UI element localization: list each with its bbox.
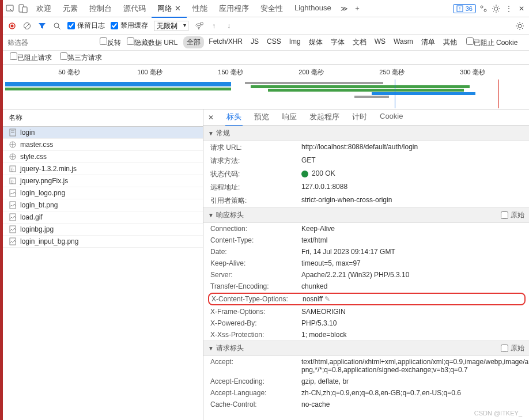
svg-point-7 xyxy=(494,7,498,10)
type-filter[interactable]: CSS xyxy=(263,36,285,48)
header-row: Accept:text/html,application/xhtml+xml,a… xyxy=(203,356,529,376)
type-filter[interactable]: JS xyxy=(247,36,262,48)
detail-panel: ✕ 标头预览响应发起程序计时Cookie ▼常规 请求 URL:http://l… xyxy=(203,109,529,420)
tab-欢迎[interactable]: 欢迎 xyxy=(31,0,57,17)
svg-rect-33 xyxy=(10,226,16,233)
request-row[interactable]: {}jquery-1.3.2.min.js xyxy=(3,163,203,175)
device-toggle-icon[interactable] xyxy=(18,3,28,14)
type-filter[interactable]: Img xyxy=(286,36,304,48)
gear-icon[interactable] xyxy=(491,3,501,14)
tab-应用程序[interactable]: 应用程序 xyxy=(213,0,255,17)
clear-icon[interactable] xyxy=(22,21,32,31)
close-detail-icon[interactable]: ✕ xyxy=(207,112,215,123)
type-filter[interactable]: 全部 xyxy=(183,36,204,48)
name-header[interactable]: 名称 xyxy=(3,109,203,127)
svg-text:{}: {} xyxy=(11,167,14,172)
throttle-select[interactable]: 无限制 xyxy=(154,21,188,31)
settings-gear-icon[interactable] xyxy=(515,21,524,31)
issues-badge[interactable]: !36 xyxy=(453,4,476,13)
raw-toggle[interactable]: 原始 xyxy=(501,343,524,353)
img-icon xyxy=(9,237,17,245)
header-value: text/html xyxy=(301,236,529,244)
raw-toggle[interactable]: 原始 xyxy=(501,210,524,220)
inspect-icon[interactable] xyxy=(5,3,16,14)
timeline[interactable]: 50 毫秒100 毫秒150 毫秒200 毫秒250 毫秒300 毫秒 xyxy=(3,65,529,109)
header-row: Content-Type:text/html xyxy=(203,234,529,246)
type-filter[interactable]: 其他 xyxy=(440,36,460,48)
svg-line-13 xyxy=(58,27,61,29)
download-icon[interactable]: ↓ xyxy=(224,21,233,31)
tab-网络[interactable]: 网络✕ xyxy=(152,0,187,17)
close-devtools-icon[interactable]: ✕ xyxy=(516,3,527,14)
tab-元素[interactable]: 元素 xyxy=(57,0,84,17)
detail-tabs: ✕ 标头预览响应发起程序计时Cookie xyxy=(203,109,529,126)
header-key: 请求 URL: xyxy=(210,143,301,153)
request-row[interactable]: login xyxy=(3,127,203,139)
request-row[interactable]: load.gif xyxy=(3,211,203,224)
third-party-checkbox[interactable]: 第三方请求 xyxy=(60,52,102,63)
search-icon[interactable] xyxy=(52,21,62,31)
type-filter[interactable]: WS xyxy=(371,36,389,48)
upload-icon[interactable]: ↑ xyxy=(209,21,218,31)
kebab-icon[interactable]: ⋮ xyxy=(504,3,514,14)
blocked-cookies-checkbox[interactable]: 已阻止 Cookie xyxy=(466,37,518,48)
invert-checkbox[interactable]: 反转 xyxy=(100,37,121,48)
request-name: login_bt.png xyxy=(20,201,58,209)
detail-tab[interactable]: Cookie xyxy=(379,109,404,126)
type-filter[interactable]: 文档 xyxy=(349,36,370,48)
preserve-log-checkbox[interactable]: 保留日志 xyxy=(67,21,105,31)
tab-性能[interactable]: 性能 xyxy=(187,0,213,17)
waterfall-bar xyxy=(5,82,231,86)
header-key: X-Frame-Options: xyxy=(210,308,301,316)
wifi-icon[interactable] xyxy=(194,21,203,31)
type-filter[interactable]: Fetch/XHR xyxy=(205,36,246,48)
add-tab-icon[interactable]: ＋ xyxy=(352,3,362,14)
request-headers-section[interactable]: ▼请求标头原始 xyxy=(203,340,529,356)
tab-Lighthouse[interactable]: Lighthouse xyxy=(289,0,337,17)
close-tab-icon[interactable]: ✕ xyxy=(175,4,181,13)
more-tabs-icon[interactable]: ≫ xyxy=(339,3,350,14)
sub-filter-bar: 已阻止请求 第三方请求 xyxy=(3,51,529,65)
request-row[interactable]: login_bt.png xyxy=(3,199,203,211)
header-row: 状态代码:200 OK xyxy=(203,168,529,181)
request-row[interactable]: style.css xyxy=(3,151,203,163)
request-row[interactable]: {}jquery.pngFix.js xyxy=(3,175,203,187)
header-value: 127.0.0.1:8088 xyxy=(301,183,529,191)
tab-控制台[interactable]: 控制台 xyxy=(84,0,118,17)
header-row: 请求 URL:http://localhost:8088/default/aut… xyxy=(203,141,529,154)
header-row: Accept-Language:zh-CN,zh;q=0.9,en;q=0.8,… xyxy=(203,387,529,399)
filter-input[interactable] xyxy=(7,39,94,47)
header-value: Keep-Alive xyxy=(301,225,529,233)
detail-tab[interactable]: 标头 xyxy=(225,109,243,126)
request-row[interactable]: loginbg.jpg xyxy=(3,224,203,236)
request-row[interactable]: login_logo.png xyxy=(3,187,203,199)
detail-tab[interactable]: 发起程序 xyxy=(308,109,341,126)
response-headers-section[interactable]: ▼响应标头原始 xyxy=(203,207,529,223)
record-icon[interactable] xyxy=(7,21,17,31)
header-row: Connection:Keep-Alive xyxy=(203,223,529,234)
filter-icon[interactable] xyxy=(37,21,47,31)
img-icon xyxy=(9,225,17,233)
hide-data-url-checkbox[interactable]: 隐藏数据 URL xyxy=(127,37,177,48)
type-filter[interactable]: 字体 xyxy=(327,36,348,48)
disable-cache-checkbox[interactable]: 禁用缓存 xyxy=(111,21,148,31)
detail-tab[interactable]: 响应 xyxy=(281,109,298,126)
header-value: zh-CN,zh;q=0.9,en;q=0.8,en-GB;q=0.7,en-U… xyxy=(301,389,529,397)
tab-源代码[interactable]: 源代码 xyxy=(118,0,152,17)
type-filter[interactable]: 清单 xyxy=(418,36,439,48)
type-filter[interactable]: 媒体 xyxy=(305,36,326,48)
header-row: Transfer-Encoding:chunked xyxy=(203,281,529,292)
tab-安全性[interactable]: 安全性 xyxy=(255,0,289,17)
detail-tab[interactable]: 计时 xyxy=(351,109,368,126)
type-filter[interactable]: Wasm xyxy=(390,36,417,48)
tick-label: 250 毫秒 xyxy=(379,68,404,77)
edit-icon[interactable]: ✎ xyxy=(324,295,330,303)
detail-tab[interactable]: 预览 xyxy=(253,109,270,126)
request-row[interactable]: master.css xyxy=(3,139,203,151)
general-section[interactable]: ▼常规 xyxy=(203,126,529,141)
header-value: nosniff ✎ xyxy=(303,295,522,303)
settings-alt-icon[interactable] xyxy=(478,3,489,14)
svg-rect-2 xyxy=(22,7,27,13)
blocked-requests-checkbox[interactable]: 已阻止请求 xyxy=(10,52,52,63)
request-row[interactable]: login_input_bg.png xyxy=(3,236,203,248)
